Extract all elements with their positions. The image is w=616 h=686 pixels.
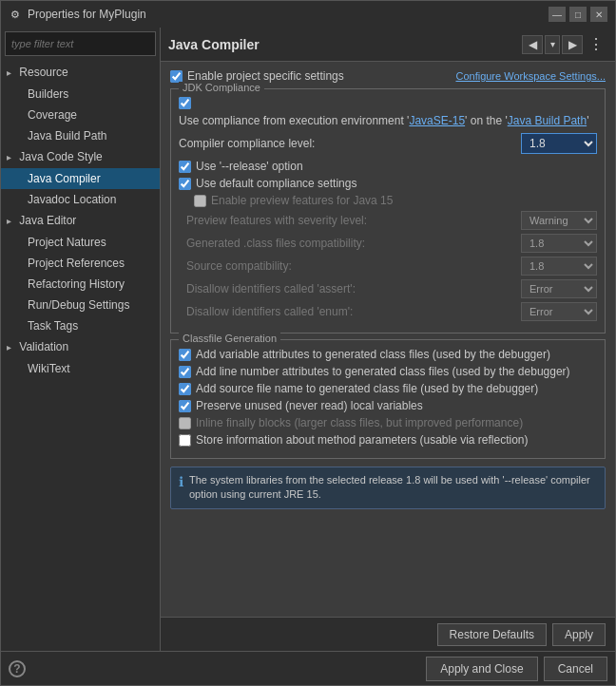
use-default-checkbox[interactable] — [179, 178, 191, 190]
store-method-params-row: Store information about method parameter… — [179, 433, 597, 447]
disallow-assert-select: Error — [521, 279, 597, 298]
use-release-row: Use '--release' option — [179, 160, 597, 173]
disallow-enum-row: Disallow identifiers called 'enum': Erro… — [179, 302, 597, 321]
compiler-compliance-label: Compiler compliance level: — [179, 137, 521, 150]
panel-header: Java Compiler ◀ ▾ ▶ ⋮ — [161, 28, 615, 62]
sidebar-item-resource[interactable]: ▸ Resource — [1, 62, 160, 84]
properties-window: ⚙ Properties for MyPlugin — □ ✕ ▸ Resour… — [0, 0, 616, 686]
enable-preview-label: Enable preview features for Java 15 — [211, 194, 393, 207]
panel-body: Enable project specific settings Configu… — [161, 62, 615, 617]
inline-finally-checkbox — [179, 417, 191, 429]
filter-input[interactable] — [5, 31, 156, 56]
sidebar-item-java-compiler[interactable]: Java Compiler — [1, 168, 160, 189]
back-button[interactable]: ◀ — [522, 35, 543, 54]
apply-close-button[interactable]: Apply and Close — [426, 657, 537, 681]
info-text: The system libraries from the selected r… — [189, 473, 597, 503]
add-variable-checkbox[interactable] — [179, 349, 191, 361]
enable-preview-row: Enable preview features for Java 15 — [179, 194, 597, 207]
arrow-icon: ▸ — [7, 149, 16, 166]
store-method-params-checkbox[interactable] — [179, 434, 191, 447]
sidebar-item-run-debug-settings[interactable]: Run/Debug Settings — [1, 295, 160, 315]
sidebar: ▸ Resource Builders Coverage Java Build … — [1, 28, 161, 651]
arrow-icon: ▸ — [7, 213, 16, 230]
add-line-number-checkbox[interactable] — [179, 366, 191, 378]
add-source-file-label[interactable]: Add source file name to generated class … — [196, 382, 538, 395]
bottom-buttons: Apply and Close Cancel — [426, 657, 607, 681]
panel-title: Java Compiler — [168, 37, 260, 52]
enable-specific-row: Enable project specific settings Configu… — [170, 69, 606, 83]
use-default-row: Use default compliance settings — [179, 177, 597, 190]
bottom-bar: ? Apply and Close Cancel — [1, 651, 615, 685]
classfile-section-label: Classfile Generation — [179, 333, 280, 344]
use-compliance-checkbox[interactable] — [179, 97, 191, 109]
right-panel: Java Compiler ◀ ▾ ▶ ⋮ Enable project spe… — [161, 28, 615, 651]
sidebar-item-refactoring-history[interactable]: Refactoring History — [1, 274, 160, 295]
sidebar-item-javadoc-location[interactable]: Javadoc Location — [1, 189, 160, 210]
main-content: ▸ Resource Builders Coverage Java Build … — [1, 28, 615, 651]
preserve-unused-row: Preserve unused (never read) local varia… — [179, 399, 597, 412]
sidebar-item-task-tags[interactable]: Task Tags — [1, 315, 160, 336]
source-compat-row: Source compatibility: 1.8 — [179, 257, 597, 276]
apply-button[interactable]: Apply — [552, 623, 606, 646]
sidebar-item-wiki-text[interactable]: WikiText — [1, 358, 160, 379]
nav-dropdown-button[interactable]: ▾ — [545, 35, 560, 54]
source-compat-label: Source compatibility: — [186, 259, 521, 273]
sidebar-item-java-editor[interactable]: ▸ Java Editor — [1, 210, 160, 232]
cancel-button[interactable]: Cancel — [544, 657, 607, 681]
add-source-file-row: Add source file name to generated class … — [179, 382, 597, 395]
use-default-label[interactable]: Use default compliance settings — [196, 177, 356, 190]
disallow-assert-row: Disallow identifiers called 'assert': Er… — [179, 279, 597, 298]
add-source-file-checkbox[interactable] — [179, 383, 191, 395]
add-line-number-label[interactable]: Add line number attributes to generated … — [196, 365, 570, 378]
inline-finally-label: Inline finally blocks (larger class file… — [196, 416, 523, 429]
sidebar-item-project-references[interactable]: Project References — [1, 253, 160, 274]
add-line-number-row: Add line number attributes to generated … — [179, 365, 597, 378]
jdk-compliance-section: JDK Compliance Use compliance from execu… — [170, 88, 606, 333]
forward-button[interactable]: ▶ — [562, 35, 583, 54]
java-se-link[interactable]: JavaSE-15 — [409, 114, 465, 127]
preserve-unused-label[interactable]: Preserve unused (never read) local varia… — [196, 399, 423, 412]
sidebar-item-java-build-path[interactable]: Java Build Path — [1, 125, 160, 146]
add-variable-label[interactable]: Add variable attributes to generated cla… — [196, 348, 550, 361]
preserve-unused-checkbox[interactable] — [179, 400, 191, 412]
source-compat-select: 1.8 — [521, 257, 597, 276]
title-bar-controls: — □ ✕ — [549, 7, 607, 22]
preview-severity-row: Preview features with severity level: Wa… — [179, 211, 597, 230]
maximize-button[interactable]: □ — [569, 7, 587, 22]
sidebar-item-coverage[interactable]: Coverage — [1, 105, 160, 125]
restore-defaults-button[interactable]: Restore Defaults — [437, 623, 547, 646]
inline-finally-row: Inline finally blocks (larger class file… — [179, 416, 597, 429]
enable-specific-checkbox[interactable] — [170, 70, 183, 83]
compiler-compliance-select[interactable]: 1.8 9 11 15 — [521, 133, 597, 154]
classfile-section: Classfile Generation Add variable attrib… — [170, 339, 606, 459]
sidebar-item-java-code-style[interactable]: ▸ Java Code Style — [1, 146, 160, 168]
close-button[interactable]: ✕ — [590, 7, 607, 22]
generated-class-label: Generated .class files compatibility: — [186, 237, 521, 250]
info-box: ℹ The system libraries from the selected… — [170, 467, 606, 509]
enable-specific-label[interactable]: Enable project specific settings — [187, 69, 344, 83]
sidebar-item-builders[interactable]: Builders — [1, 84, 160, 105]
compiler-compliance-row: Compiler compliance level: 1.8 9 11 15 — [179, 133, 597, 154]
preview-severity-label: Preview features with severity level: — [186, 214, 521, 227]
use-release-label[interactable]: Use '--release' option — [196, 160, 303, 173]
jdk-compliance-label: JDK Compliance — [179, 82, 264, 93]
disallow-assert-label: Disallow identifiers called 'assert': — [186, 282, 521, 295]
kebab-menu-button[interactable]: ⋮ — [585, 35, 607, 53]
panel-nav: ◀ ▾ ▶ ⋮ — [522, 35, 607, 54]
help-button[interactable]: ? — [9, 660, 26, 677]
configure-workspace-link[interactable]: Configure Workspace Settings... — [455, 70, 606, 82]
minimize-button[interactable]: — — [549, 7, 566, 22]
sidebar-item-project-natures[interactable]: Project Natures — [1, 232, 160, 253]
window-icon: ⚙ — [9, 8, 22, 21]
window-title: Properties for MyPlugin — [28, 8, 146, 21]
sidebar-list: ▸ Resource Builders Coverage Java Build … — [1, 60, 160, 651]
sidebar-item-validation[interactable]: ▸ Validation — [1, 336, 160, 358]
store-method-params-label[interactable]: Store information about method parameter… — [196, 433, 529, 447]
use-release-checkbox[interactable] — [179, 161, 191, 173]
use-compliance-label: Use compliance from execution environmen… — [179, 114, 588, 127]
preview-severity-select: Warning — [521, 211, 597, 230]
arrow-icon: ▸ — [7, 65, 16, 82]
disallow-enum-label: Disallow identifiers called 'enum': — [186, 305, 521, 318]
java-build-path-link[interactable]: Java Build Path — [508, 114, 587, 127]
add-variable-row: Add variable attributes to generated cla… — [179, 348, 597, 361]
